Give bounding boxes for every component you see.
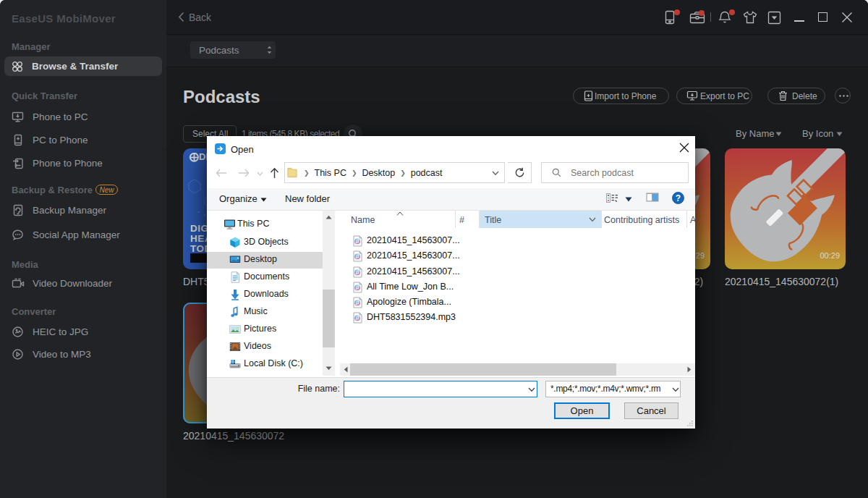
svg-text:?: ? — [676, 193, 681, 203]
